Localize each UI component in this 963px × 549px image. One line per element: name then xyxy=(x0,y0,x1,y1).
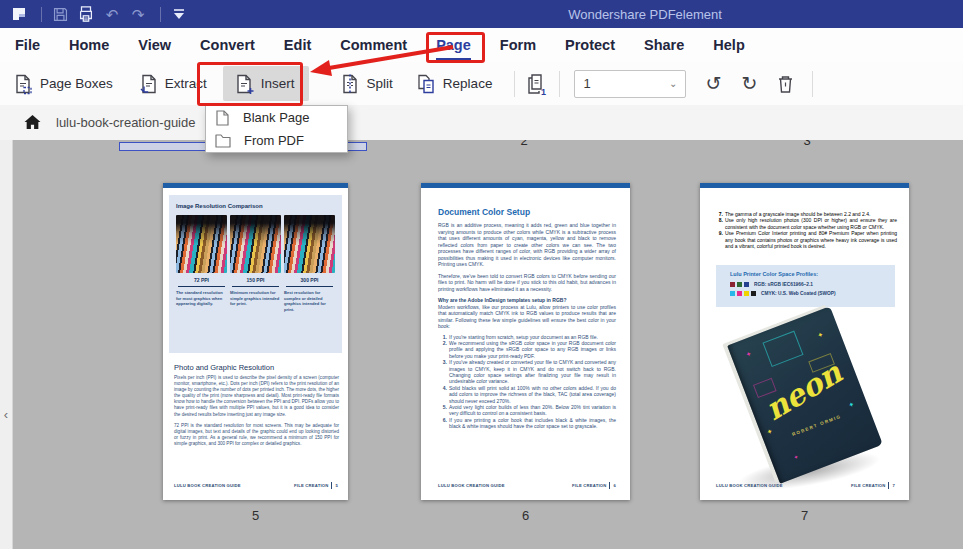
split-label: Split xyxy=(367,76,393,91)
menu-convert[interactable]: Convert xyxy=(200,37,255,53)
page-boxes-icon xyxy=(12,73,34,95)
page-label-icon: 1 xyxy=(524,72,548,96)
menu-bar: File Home View Convert Edit Comment Page… xyxy=(0,28,963,62)
extract-label: Extract xyxy=(165,76,207,91)
menu-home[interactable]: Home xyxy=(69,37,109,53)
insert-dropdown-menu: Blank Page From PDF xyxy=(205,105,348,153)
menu-page[interactable]: Page xyxy=(436,37,471,53)
toolbar-separator xyxy=(514,71,515,97)
rgb-swatch xyxy=(744,282,749,287)
cmyk-swatch xyxy=(751,291,756,296)
insert-button[interactable]: Insert xyxy=(223,66,309,101)
window-title: Wondershare PDFelement xyxy=(500,7,790,22)
menu-item-label: Blank Page xyxy=(243,110,310,125)
page-thumbnail-5[interactable]: Image Resolution Comparison 72 PPI The s… xyxy=(163,183,348,500)
insert-icon xyxy=(233,73,255,95)
rgb-swatch xyxy=(730,282,735,287)
page-boxes-button[interactable]: Page Boxes xyxy=(4,66,121,102)
combobox-chevron-icon: ⌄ xyxy=(669,78,677,89)
replace-icon xyxy=(415,73,437,95)
body-text: Pixels per inch (PPI) is used to describ… xyxy=(174,375,339,447)
customize-toolbar-icon[interactable] xyxy=(168,4,190,24)
rotate-left-button[interactable]: ↺ xyxy=(698,69,728,99)
menu-help[interactable]: Help xyxy=(713,37,744,53)
menu-view[interactable]: View xyxy=(138,37,171,53)
page-accent-bar xyxy=(421,183,630,188)
panel-collapse-strip[interactable]: ‹ xyxy=(0,140,13,549)
blank-page-icon xyxy=(215,110,230,126)
ppi-label: 72 PPI xyxy=(176,277,227,283)
print-icon[interactable] xyxy=(75,4,97,24)
titlebar-separator xyxy=(160,7,161,22)
pencils-photo xyxy=(284,215,335,273)
home-icon[interactable] xyxy=(24,115,41,130)
toolbar-separator xyxy=(559,71,560,97)
delete-page-button[interactable] xyxy=(770,69,800,99)
title-bar: ↶ ↷ Wondershare PDFelement xyxy=(0,0,963,28)
page-accent-bar xyxy=(700,183,909,188)
split-icon xyxy=(339,73,361,95)
page-number-combobox[interactable]: 1 ⌄ xyxy=(574,70,686,98)
menu-file[interactable]: File xyxy=(15,37,40,53)
menu-form[interactable]: Form xyxy=(500,37,536,53)
rotate-right-icon: ↻ xyxy=(741,74,757,93)
menu-comment[interactable]: Comment xyxy=(340,37,407,53)
body-text: Document Color Setup RGB is an additive … xyxy=(438,207,616,430)
rotate-right-button[interactable]: ↻ xyxy=(734,69,764,99)
pencils-photo xyxy=(230,215,281,273)
ppi-label: 300 PPI xyxy=(284,277,335,283)
ppi-caption: Best resolution for complex or detailed … xyxy=(284,290,335,312)
cmyk-swatch xyxy=(737,291,742,296)
page-number-value: 1 xyxy=(583,76,590,91)
partial-page-label: 3 xyxy=(799,140,815,148)
page-label-button[interactable]: 1 xyxy=(521,69,551,99)
insert-label: Insert xyxy=(261,76,295,91)
cmyk-swatch xyxy=(744,291,749,296)
menu-item-label: From PDF xyxy=(244,133,304,148)
redo-icon[interactable]: ↷ xyxy=(127,4,149,24)
rgb-swatch xyxy=(737,282,742,287)
extract-button[interactable]: Extract xyxy=(129,66,215,102)
rotate-left-icon: ↺ xyxy=(705,74,721,93)
svg-text:1: 1 xyxy=(541,87,546,96)
ppi-caption: Minimum resolution for simple graphics i… xyxy=(230,290,281,307)
document-tab[interactable]: lulu-book-creation-guide xyxy=(56,115,195,130)
undo-icon[interactable]: ↶ xyxy=(101,4,123,24)
thumbnail-page-number: 7 xyxy=(700,508,909,524)
app-logo-icon xyxy=(8,4,30,24)
page-toolbar: Page Boxes Extract Insert Split xyxy=(0,62,963,105)
color-profile-box: Lulu Printer Color Space Profiles: RGB: … xyxy=(716,265,895,307)
panel-heading: Image Resolution Comparison xyxy=(176,203,335,209)
menu-edit[interactable]: Edit xyxy=(284,37,311,53)
page-thumbnail-7[interactable]: 7.The gamma of a grayscale image should … xyxy=(700,183,909,500)
document-tab-bar: lulu-book-creation-guide xyxy=(0,105,963,140)
thumbnail-page-number: 5 xyxy=(163,508,348,524)
page-boxes-label: Page Boxes xyxy=(40,76,113,91)
save-icon[interactable] xyxy=(49,4,71,24)
section-heading: Document Color Setup xyxy=(438,207,616,217)
page-footer: LULU BOOK CREATION GUIDE FILE CREATION6 xyxy=(438,482,616,489)
split-button[interactable]: Split xyxy=(331,66,401,102)
menu-share[interactable]: Share xyxy=(644,37,684,53)
section-heading: Photo and Graphic Resolution xyxy=(174,363,274,372)
toolbar-separator xyxy=(812,71,813,97)
menu-item-from-pdf[interactable]: From PDF xyxy=(206,129,347,152)
collapse-chevron-icon: ‹ xyxy=(4,408,8,421)
insert-button-wrap: Insert xyxy=(223,66,309,101)
page-thumbnail-6[interactable]: Document Color Setup RGB is an additive … xyxy=(421,183,630,500)
extract-icon xyxy=(137,73,159,95)
menu-item-blank-page[interactable]: Blank Page xyxy=(206,106,347,129)
page-footer: LULU BOOK CREATION GUIDE FILE CREATION7 xyxy=(716,482,895,489)
partial-page-label: 2 xyxy=(516,140,532,148)
menu-protect[interactable]: Protect xyxy=(565,37,615,53)
page-accent-bar xyxy=(163,183,348,188)
body-text: 7.The gamma of a grayscale image should … xyxy=(714,211,897,249)
page-footer: LULU BOOK CREATION GUIDE FILE CREATION5 xyxy=(174,482,338,489)
folder-icon xyxy=(215,134,231,148)
replace-label: Replace xyxy=(443,76,493,91)
image-resolution-panel: Image Resolution Comparison 72 PPI The s… xyxy=(169,195,342,353)
cmyk-swatch xyxy=(730,291,735,296)
ppi-caption: The standard resolution for most graphic… xyxy=(176,290,227,307)
titlebar-separator xyxy=(41,7,42,22)
replace-button[interactable]: Replace xyxy=(407,66,501,102)
